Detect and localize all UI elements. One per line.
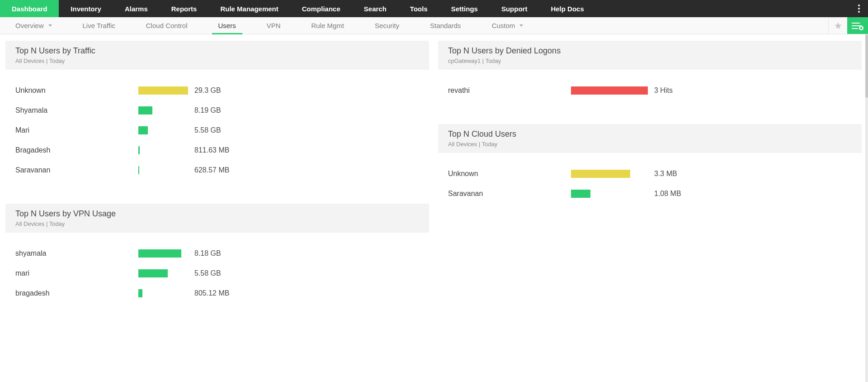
chart-row[interactable]: bragadesh805.12 MB bbox=[15, 283, 419, 303]
row-name: mari bbox=[15, 269, 138, 277]
tab-rule-mgmt[interactable]: Rule Mgmt bbox=[296, 17, 360, 34]
chart-row[interactable]: Bragadesh811.63 MB bbox=[15, 140, 419, 160]
row-bar-wrap bbox=[138, 146, 188, 154]
row-value: 628.57 MB bbox=[194, 166, 229, 174]
nav-item-settings[interactable]: Settings bbox=[439, 0, 490, 17]
tab-standards[interactable]: Standards bbox=[415, 17, 476, 34]
widget-body: Unknown3.3 MBSaravanan1.08 MB bbox=[438, 153, 862, 219]
row-bar bbox=[138, 146, 140, 154]
right-column: Top N Users by Denied Logons cpGateway1 … bbox=[438, 41, 862, 319]
tab-users[interactable]: Users bbox=[203, 17, 251, 34]
chart-row[interactable]: Shyamala8.19 GB bbox=[15, 100, 419, 120]
tab-overview[interactable]: Overview bbox=[0, 17, 67, 34]
tab-label: Users bbox=[218, 22, 236, 29]
row-bar-wrap bbox=[571, 190, 648, 198]
row-bar bbox=[138, 249, 181, 258]
widget-top-n-users-by-vpn-usage: Top N Users by VPN Usage All Devices | T… bbox=[5, 204, 429, 319]
row-bar bbox=[138, 106, 152, 115]
chart-row[interactable]: mari5.58 GB bbox=[15, 263, 419, 283]
nav-item-alarms[interactable]: Alarms bbox=[113, 0, 160, 17]
nav-item-reports[interactable]: Reports bbox=[160, 0, 209, 17]
widget-title: Top N Users by Traffic bbox=[15, 46, 419, 56]
scrollbar-thumb[interactable] bbox=[865, 34, 868, 98]
row-name: Saravanan bbox=[15, 166, 138, 174]
row-value: 811.63 MB bbox=[194, 146, 229, 154]
chart-row[interactable]: revathi3 Hits bbox=[448, 81, 852, 100]
row-bar bbox=[138, 166, 139, 174]
nav-item-help-docs[interactable]: Help Docs bbox=[539, 0, 595, 17]
widget-top-n-users-by-traffic: Top N Users by Traffic All Devices | Tod… bbox=[5, 41, 429, 196]
row-value: 3 Hits bbox=[654, 86, 673, 95]
row-name: Mari bbox=[15, 126, 138, 134]
chart-row[interactable]: Mari5.58 GB bbox=[15, 120, 419, 140]
nav-item-rule-management[interactable]: Rule Management bbox=[208, 0, 290, 17]
row-value: 8.19 GB bbox=[194, 106, 221, 115]
row-bar-wrap bbox=[571, 170, 648, 178]
top-nav: DashboardInventoryAlarmsReportsRule Mana… bbox=[0, 0, 868, 17]
row-name: revathi bbox=[448, 86, 571, 95]
widget-title: Top N Cloud Users bbox=[448, 129, 852, 139]
row-bar-wrap bbox=[138, 269, 188, 277]
more-menu-button[interactable] bbox=[850, 0, 868, 17]
tab-label: Standards bbox=[430, 22, 461, 29]
chart-row[interactable]: shyamala8.18 GB bbox=[15, 244, 419, 263]
row-bar bbox=[138, 126, 148, 134]
vertical-scrollbar[interactable] bbox=[865, 34, 868, 382]
chevron-down-icon bbox=[519, 24, 523, 27]
sub-nav-actions bbox=[828, 17, 868, 34]
row-name: bragadesh bbox=[15, 289, 138, 297]
tab-live-traffic[interactable]: Live Traffic bbox=[67, 17, 131, 34]
tab-label: VPN bbox=[267, 22, 281, 29]
row-name: Saravanan bbox=[448, 190, 571, 198]
tab-security[interactable]: Security bbox=[359, 17, 415, 34]
favorite-button[interactable] bbox=[828, 17, 847, 34]
row-name: shyamala bbox=[15, 249, 138, 258]
nav-item-search[interactable]: Search bbox=[352, 0, 398, 17]
tab-label: Security bbox=[375, 22, 399, 29]
star-icon bbox=[834, 22, 842, 30]
row-bar-wrap bbox=[138, 106, 188, 115]
svg-rect-2 bbox=[852, 28, 858, 29]
row-value: 5.58 GB bbox=[194, 269, 221, 277]
widget-body: revathi3 Hits bbox=[438, 70, 862, 116]
tab-label: Custom bbox=[492, 22, 515, 29]
tab-custom[interactable]: Custom bbox=[476, 17, 539, 34]
row-bar bbox=[138, 86, 188, 95]
widget-title: Top N Users by Denied Logons bbox=[448, 46, 852, 56]
chart-row[interactable]: Saravanan1.08 MB bbox=[448, 184, 852, 204]
widget-subtitle: cpGateway1 | Today bbox=[448, 57, 852, 64]
widget-title: Top N Users by VPN Usage bbox=[15, 209, 419, 219]
row-name: Unknown bbox=[15, 86, 138, 95]
tab-vpn[interactable]: VPN bbox=[251, 17, 296, 34]
nav-item-dashboard[interactable]: Dashboard bbox=[0, 0, 59, 17]
row-bar bbox=[571, 170, 630, 178]
widget-subtitle: All Devices | Today bbox=[448, 141, 852, 148]
nav-item-compliance[interactable]: Compliance bbox=[290, 0, 352, 17]
nav-item-tools[interactable]: Tools bbox=[398, 0, 439, 17]
row-value: 1.08 MB bbox=[654, 190, 681, 198]
widget-header: Top N Cloud Users All Devices | Today bbox=[438, 124, 862, 153]
widget-top-n-users-by-denied-logons: Top N Users by Denied Logons cpGateway1 … bbox=[438, 41, 862, 116]
svg-rect-0 bbox=[852, 23, 860, 24]
add-widget-button[interactable] bbox=[847, 17, 868, 34]
widget-header: Top N Users by VPN Usage All Devices | T… bbox=[5, 204, 429, 233]
chart-row[interactable]: Unknown3.3 MB bbox=[448, 164, 852, 184]
row-bar bbox=[571, 190, 590, 198]
row-value: 8.18 GB bbox=[194, 249, 221, 258]
row-bar-wrap bbox=[138, 166, 188, 174]
chevron-down-icon bbox=[48, 24, 52, 27]
row-bar-wrap bbox=[138, 289, 188, 297]
widget-top-n-cloud-users: Top N Cloud Users All Devices | Today Un… bbox=[438, 124, 862, 219]
widget-subtitle: All Devices | Today bbox=[15, 220, 419, 227]
sub-nav: OverviewLive TrafficCloud ControlUsersVP… bbox=[0, 17, 868, 34]
tab-label: Live Traffic bbox=[83, 22, 115, 29]
nav-item-inventory[interactable]: Inventory bbox=[59, 0, 113, 17]
tab-label: Cloud Control bbox=[146, 22, 188, 29]
widget-header: Top N Users by Denied Logons cpGateway1 … bbox=[438, 41, 862, 70]
widget-body: shyamala8.18 GBmari5.58 GBbragadesh805.1… bbox=[5, 233, 429, 319]
nav-item-support[interactable]: Support bbox=[490, 0, 539, 17]
chart-row[interactable]: Unknown29.3 GB bbox=[15, 81, 419, 100]
tab-cloud-control[interactable]: Cloud Control bbox=[131, 17, 203, 34]
add-widget-icon bbox=[852, 21, 863, 30]
chart-row[interactable]: Saravanan628.57 MB bbox=[15, 160, 419, 180]
